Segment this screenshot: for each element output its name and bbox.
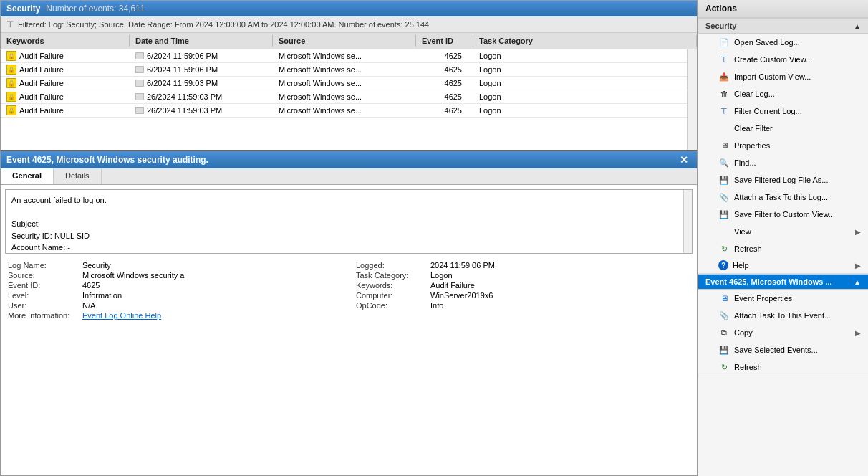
clear-log-icon: 🗑 [718, 88, 730, 100]
event-action-copy[interactable]: ⧉ Copy ▶ [698, 324, 868, 341]
security-action-clear-log[interactable]: 🗑 Clear Log... [698, 85, 868, 103]
refresh-icon: ↻ [718, 243, 730, 254]
filter-log-icon: ⊤ [718, 105, 730, 117]
col-category[interactable]: Task Category [473, 35, 697, 47]
lock-icon: 🔒 [6, 92, 16, 102]
properties-icon: 🖥 [718, 140, 730, 151]
security-section-header[interactable]: Security ▲ [698, 18, 868, 34]
help-icon: ? [718, 260, 728, 270]
event-refresh-icon: ↻ [718, 361, 730, 373]
security-action-properties[interactable]: 🖥 Properties [698, 137, 868, 154]
actions-section-security: Security ▲ 📄 Open Saved Log... ⊤ Create … [698, 18, 868, 274]
event-description-text: An account failed to log on. Subject: Se… [11, 194, 686, 254]
title-bar: Security Number of events: 34,611 [1, 1, 697, 16]
security-action-save-filter[interactable]: 💾 Save Filter to Custom View... [698, 206, 868, 223]
table-row[interactable]: 🔒 Audit Failure 6/2024 11:59:06 PM Micro… [1, 49, 697, 63]
security-action-create-custom-view[interactable]: ⊤ Create Custom View... [698, 51, 868, 68]
row-icon [135, 66, 144, 73]
event-detail-title-text: Event 4625, Microsoft Windows security a… [6, 155, 208, 165]
help-arrow-icon: ▶ [855, 262, 861, 270]
attach-event-icon: 📎 [718, 310, 730, 321]
tabs-bar: General Details [1, 168, 697, 185]
actions-section-event: Event 4625, Microsoft Windows ... ▲ 🖥 Ev… [698, 274, 868, 376]
meta-task-category: Task Category: Logon [356, 271, 690, 280]
actions-panel: Actions Security ▲ 📄 Open Saved Log... ⊤… [698, 0, 868, 476]
table-row[interactable]: 🔒 Audit Failure 26/2024 11:59:03 PM Micr… [1, 90, 697, 104]
col-eventid[interactable]: Event ID [416, 35, 473, 47]
event-log-online-help-link[interactable]: Event Log Online Help [82, 311, 161, 320]
meta-eventid: Event ID: 4625 [8, 281, 342, 290]
event-detail-title-bar: Event 4625, Microsoft Windows security a… [1, 151, 697, 168]
view-icon [718, 226, 730, 237]
import-view-icon: 📥 [718, 71, 730, 82]
security-action-clear-filter[interactable]: Clear Filter [698, 120, 868, 137]
filter-text: Filtered: Log: Security; Source: Date Ra… [18, 20, 429, 29]
row-icon [135, 52, 144, 60]
col-datetime[interactable]: Date and Time [130, 35, 273, 47]
tab-details[interactable]: Details [54, 168, 102, 184]
security-action-import-custom-view[interactable]: 📥 Import Custom View... [698, 68, 868, 85]
tab-general[interactable]: General [1, 168, 54, 184]
security-action-find[interactable]: 🔍 Find... [698, 154, 868, 171]
table-row[interactable]: 🔒 Audit Failure 6/2024 11:59:03 PM Micro… [1, 77, 697, 90]
meta-level: Level: Information [8, 291, 342, 300]
close-event-detail-button[interactable]: ✕ [677, 154, 691, 166]
event-action-refresh[interactable]: ↻ Refresh [698, 358, 868, 376]
lock-icon: 🔒 [6, 51, 16, 61]
copy-icon: ⧉ [718, 327, 730, 338]
create-view-icon: ⊤ [718, 54, 730, 65]
copy-arrow-icon: ▶ [855, 329, 861, 337]
event-section-arrow: ▲ [854, 278, 861, 286]
table-row[interactable]: 🔒 Audit Failure 26/2024 11:59:03 PM Micr… [1, 104, 697, 118]
security-action-save-filtered-log[interactable]: 💾 Save Filtered Log File As... [698, 171, 868, 189]
meta-moreinfo: More Information: Event Log Online Help [8, 311, 342, 320]
security-action-open-saved-log[interactable]: 📄 Open Saved Log... [698, 34, 868, 51]
filter-bar: ⊤ Filtered: Log: Security; Source: Date … [1, 16, 697, 33]
col-source[interactable]: Source [273, 35, 416, 47]
event-meta: Log Name: Security Logged: 2024 11:59:06… [1, 258, 697, 323]
event-count: Number of events: 34,611 [46, 4, 145, 14]
save-filter-icon: 💾 [718, 209, 730, 220]
col-keywords[interactable]: Keywords [1, 35, 130, 47]
meta-logged: Logged: 2024 11:59:06 PM [356, 261, 690, 270]
event-action-save-selected[interactable]: 💾 Save Selected Events... [698, 341, 868, 358]
event-action-attach-task[interactable]: 📎 Attach Task To This Event... [698, 307, 868, 324]
log-title: Security [6, 4, 40, 14]
security-action-filter-current-log[interactable]: ⊤ Filter Current Log... [698, 103, 868, 120]
lock-icon: 🔒 [6, 65, 16, 75]
log-table-body[interactable]: 🔒 Audit Failure 6/2024 11:59:06 PM Micro… [1, 49, 697, 150]
event-section-header[interactable]: Event 4625, Microsoft Windows ... ▲ [698, 274, 868, 290]
event-detail-panel: Event 4625, Microsoft Windows security a… [1, 150, 697, 475]
clear-filter-icon [718, 123, 730, 134]
meta-opcode: OpCode: Info [356, 301, 690, 310]
meta-computer: Computer: WinServer2019x6 [356, 291, 690, 300]
security-action-view[interactable]: View ▶ [698, 223, 868, 240]
lock-icon: 🔒 [6, 105, 16, 115]
security-action-attach-task[interactable]: 📎 Attach a Task To this Log... [698, 189, 868, 206]
meta-keywords: Keywords: Audit Failure [356, 281, 690, 290]
meta-source: Source: Microsoft Windows security a [8, 271, 342, 280]
security-action-help[interactable]: ? Help ▶ [698, 257, 868, 273]
lock-icon: 🔒 [6, 78, 16, 88]
meta-logname: Log Name: Security [8, 261, 342, 270]
event-props-icon: 🖥 [718, 292, 730, 304]
row-icon [135, 107, 144, 114]
table-row[interactable]: 🔒 Audit Failure 6/2024 11:59:06 PM Micro… [1, 63, 697, 77]
description-scrollbar[interactable] [683, 190, 692, 253]
save-selected-icon: 💾 [718, 344, 730, 356]
row-icon [135, 80, 144, 87]
view-arrow-icon: ▶ [855, 228, 861, 236]
event-description: An account failed to log on. Subject: Se… [5, 189, 693, 254]
row-icon [135, 93, 144, 100]
security-section-arrow: ▲ [854, 22, 861, 30]
open-log-icon: 📄 [718, 37, 730, 48]
filter-icon: ⊤ [6, 19, 14, 29]
table-header: Keywords Date and Time Source Event ID T… [1, 33, 697, 49]
event-action-properties[interactable]: 🖥 Event Properties [698, 290, 868, 307]
table-scrollbar[interactable] [687, 49, 697, 150]
meta-user: User: N/A [8, 301, 342, 310]
save-log-icon: 💾 [718, 174, 730, 186]
find-icon: 🔍 [718, 157, 730, 168]
security-action-refresh[interactable]: ↻ Refresh [698, 240, 868, 257]
actions-header: Actions [698, 0, 868, 18]
